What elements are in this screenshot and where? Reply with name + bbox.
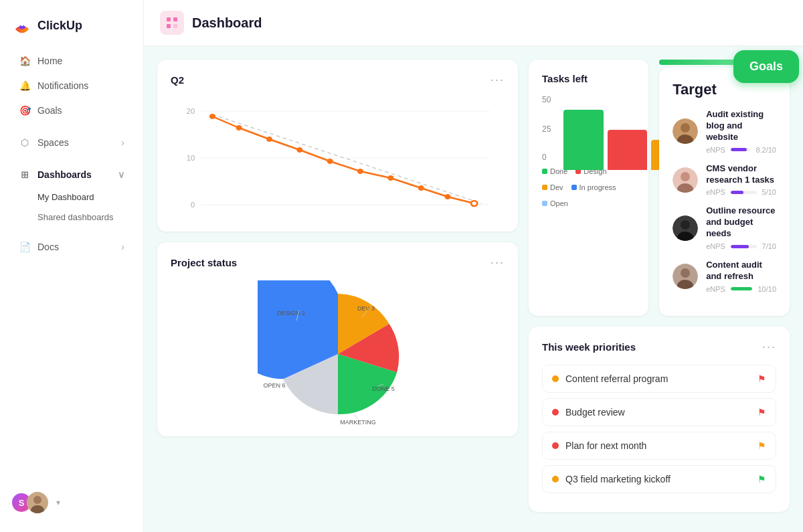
svg-point-16	[266, 137, 272, 142]
legend-open: Open	[542, 199, 568, 207]
target-row-1: Audit existing blog and website eNPS 8.2…	[673, 109, 776, 154]
progress-val-4: 10/10	[757, 285, 776, 293]
priority-left-3: Plan for next month	[552, 440, 646, 451]
spaces-section: ⬡ Spaces ›	[0, 130, 143, 155]
progress-bar-fill-1	[731, 148, 747, 151]
progress-val-3: 7/10	[762, 242, 776, 250]
my-dashboard-item[interactable]: My Dashboard	[5, 187, 138, 207]
grid-icon	[165, 16, 179, 29]
priority-item-3: Plan for next month ⚑	[542, 432, 776, 460]
docs-section: 📄 Docs ›	[0, 235, 143, 259]
priority-left-1: Content referral program	[552, 373, 668, 384]
top-right-area: Tasks left 50 25 0 Done Design	[529, 60, 790, 316]
svg-point-17	[296, 147, 302, 153]
svg-line-13	[212, 114, 482, 203]
pie-chart: DEV 3 DESIGN 2 DONE 5 OPEN 6 MARKETING	[258, 280, 418, 428]
target-row-3: Outline resource and budget needs eNPS 7…	[673, 205, 776, 250]
priorities-menu[interactable]: ···	[762, 340, 776, 354]
spaces-nav-item[interactable]: ⬡ Spaces ›	[5, 130, 138, 155]
dashboards-nav-item[interactable]: ⊞ Dashboards ∨	[5, 163, 138, 187]
svg-point-44	[681, 268, 690, 278]
main-content: Dashboard Q2 ··· 20 1	[144, 0, 803, 532]
svg-rect-5	[167, 24, 171, 28]
q2-chart-menu[interactable]: ···	[490, 73, 505, 87]
progress-bar-fill-4	[731, 287, 753, 290]
project-status-menu[interactable]: ···	[490, 256, 505, 270]
bar-legend: Done Design Dev In progress Open	[542, 167, 635, 207]
svg-text:DESIGN 2: DESIGN 2	[276, 310, 304, 317]
priority-item-1: Content referral program ⚑	[542, 365, 776, 393]
bar-design	[608, 130, 648, 170]
topbar: Dashboard	[144, 0, 803, 46]
user-avatar-img	[27, 492, 48, 513]
target-name-1: Audit existing blog and website	[706, 109, 776, 143]
avatar-img-1	[673, 118, 698, 144]
svg-point-15	[236, 125, 242, 130]
target-row-4: Content audit and refresh eNPS 10/10	[673, 260, 776, 293]
dashboards-section: ⊞ Dashboards ∨ My Dashboard Shared dashb…	[0, 163, 143, 227]
priority-dot-4	[552, 476, 559, 482]
target-area: Goals Target	[659, 60, 790, 316]
svg-text:DEV 3: DEV 3	[357, 305, 374, 312]
priorities-card: This week priorities ··· Content referra…	[529, 327, 790, 512]
sidebar-item-notifications[interactable]: 🔔 Notifications	[5, 74, 138, 98]
legend-dev: Dev	[542, 183, 563, 191]
svg-point-18	[327, 159, 333, 164]
svg-point-21	[418, 185, 424, 191]
svg-text:DONE 5: DONE 5	[372, 385, 395, 392]
progress-row-1: eNPS 8.2/10	[706, 146, 776, 154]
home-icon: 🏠	[19, 55, 31, 67]
svg-point-22	[444, 194, 450, 199]
q2-line-chart: 20 10 0	[171, 98, 505, 218]
progress-bar-bg-3	[731, 245, 757, 248]
sidebar-item-goals[interactable]: 🎯 Goals	[5, 98, 138, 122]
dashboard-icon	[160, 11, 184, 35]
q2-chart-title: Q2	[171, 74, 184, 86]
priority-item-2: Budget review ⚑	[542, 398, 776, 426]
progress-bar-bg-1	[731, 148, 750, 151]
sidebar-item-home[interactable]: 🏠 Home	[5, 49, 138, 73]
progress-bar-bg-4	[731, 287, 753, 290]
tasks-left-card: Tasks left 50 25 0 Done Design	[529, 60, 648, 316]
q2-chart-header: Q2 ···	[171, 73, 505, 87]
target-avatar-3	[673, 215, 698, 241]
priorities-header: This week priorities ···	[542, 340, 776, 354]
target-info-1: Audit existing blog and website eNPS 8.2…	[706, 109, 776, 154]
progress-row-2: eNPS 5/10	[706, 188, 776, 196]
tasks-title: Tasks left	[542, 73, 588, 84]
target-avatar-1	[673, 118, 698, 144]
chevron-down-icon: ∨	[118, 169, 124, 180]
chevron-right-icon: ›	[121, 137, 124, 148]
docs-nav-item[interactable]: 📄 Docs ›	[5, 235, 138, 259]
progress-bar-fill-2	[731, 191, 743, 194]
avatar-stack: S	[11, 492, 48, 513]
priority-flag-2: ⚑	[757, 407, 766, 418]
progress-val-1: 8.2/10	[755, 146, 776, 154]
svg-rect-6	[173, 24, 177, 28]
progress-bar-fill-3	[731, 245, 749, 248]
progress-bar-bg-2	[731, 191, 757, 194]
project-status-title: Project status	[171, 257, 237, 268]
svg-point-20	[387, 175, 393, 181]
svg-point-38	[681, 172, 690, 181]
target-name-4: Content audit and refresh	[706, 260, 776, 282]
target-info-4: Content audit and refresh eNPS 10/10	[706, 260, 776, 293]
target-icon: 🎯	[19, 104, 31, 116]
spaces-icon: ⬡	[19, 137, 31, 149]
avatar-img-4	[673, 264, 698, 289]
priority-dot-1	[552, 375, 559, 382]
priority-left-2: Budget review	[552, 407, 625, 418]
right-column: Tasks left 50 25 0 Done Design	[529, 60, 790, 519]
clickup-logo-icon	[13, 16, 32, 35]
priority-flag-1: ⚑	[757, 373, 766, 384]
sidebar: ClickUp 🏠 Home 🔔 Notifications 🎯 Goals ⬡…	[0, 0, 144, 532]
project-status-header: Project status ···	[171, 256, 505, 270]
goals-button[interactable]: Goals	[733, 50, 799, 83]
dashboards-icon: ⊞	[19, 169, 31, 181]
footer-chevron[interactable]: ▾	[56, 498, 60, 507]
content-area: Q2 ··· 20 10 0	[144, 46, 803, 532]
sidebar-nav: 🏠 Home 🔔 Notifications 🎯 Goals ⬡ Spaces …	[0, 48, 143, 484]
target-row-2: CMS vendor research 1 tasks eNPS 5/10	[673, 163, 776, 197]
target-info-2: CMS vendor research 1 tasks eNPS 5/10	[706, 163, 776, 197]
shared-dashboards-item[interactable]: Shared dashboards	[5, 207, 138, 227]
